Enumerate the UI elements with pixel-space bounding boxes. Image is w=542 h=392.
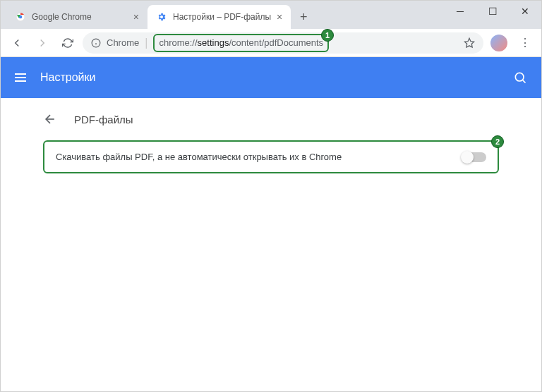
- new-tab-button[interactable]: +: [294, 7, 313, 27]
- toggle-switch[interactable]: [462, 152, 486, 162]
- tab-settings-pdf[interactable]: Настройки – PDF-файлы ×: [147, 5, 291, 29]
- url-text: chrome://settings/content/pdfDocuments: [159, 37, 323, 48]
- subheader: PDF-файлы: [1, 98, 541, 140]
- callout-badge-1: 1: [321, 29, 334, 42]
- tab-label: Google Chrome: [32, 12, 92, 22]
- hamburger-icon[interactable]: [15, 73, 26, 82]
- menu-button[interactable]: ⋮: [514, 32, 536, 54]
- reload-button[interactable]: [57, 32, 78, 54]
- back-arrow-icon[interactable]: [43, 112, 57, 126]
- close-icon[interactable]: ×: [277, 11, 282, 23]
- callout-badge-2: 2: [491, 135, 504, 148]
- tab-google-chrome[interactable]: Google Chrome ×: [6, 5, 147, 29]
- search-icon[interactable]: [513, 71, 527, 85]
- section-title: PDF-файлы: [74, 114, 133, 125]
- url-highlight-box: chrome://settings/content/pdfDocuments 1: [153, 34, 329, 52]
- close-icon[interactable]: ×: [133, 11, 139, 23]
- maximize-button[interactable]: ☐: [476, 1, 509, 22]
- browser-window: Google Chrome × Настройки – PDF-файлы × …: [0, 0, 542, 392]
- addr-prefix: Chrome: [107, 37, 139, 48]
- info-icon: [91, 38, 101, 48]
- content: PDF-файлы Скачивать файлы PDF, а не авто…: [1, 98, 541, 173]
- minimize-button[interactable]: ─: [444, 1, 476, 22]
- chrome-favicon-icon: [15, 11, 26, 23]
- tab-strip: Google Chrome × Настройки – PDF-файлы × …: [1, 1, 313, 29]
- page-title: Настройки: [40, 71, 95, 84]
- address-bar[interactable]: Chrome | chrome://settings/content/pdfDo…: [83, 32, 483, 54]
- svg-line-7: [523, 80, 526, 83]
- pdf-download-setting-row[interactable]: Скачивать файлы PDF, а не автоматически …: [43, 140, 499, 173]
- titlebar: Google Chrome × Настройки – PDF-файлы × …: [1, 1, 541, 29]
- toolbar: Chrome | chrome://settings/content/pdfDo…: [1, 29, 541, 57]
- forward-button[interactable]: [32, 32, 53, 54]
- gear-favicon-icon: [156, 11, 167, 23]
- window-controls: ─ ☐ ✕: [444, 1, 541, 22]
- setting-label: Скачивать файлы PDF, а не автоматически …: [56, 152, 342, 162]
- svg-marker-5: [464, 38, 474, 47]
- close-button[interactable]: ✕: [509, 1, 541, 22]
- svg-point-6: [515, 73, 524, 81]
- back-button[interactable]: [6, 32, 28, 54]
- bookmark-star-icon[interactable]: [464, 37, 475, 49]
- tab-label: Настройки – PDF-файлы: [173, 12, 271, 22]
- settings-header: Настройки: [1, 57, 541, 98]
- profile-avatar[interactable]: [490, 35, 507, 51]
